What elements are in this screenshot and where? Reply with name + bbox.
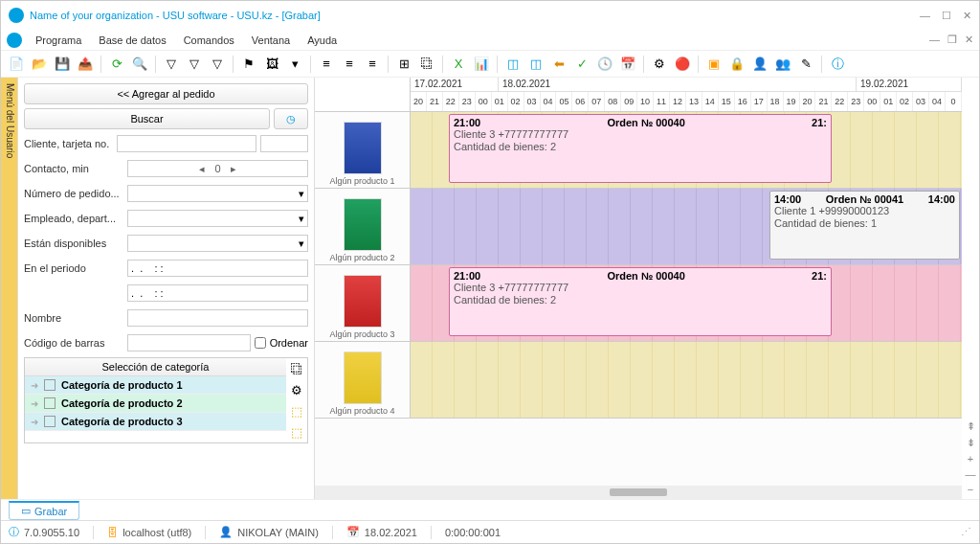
order-block[interactable]: 21:00Orden № 0004021: Cliente 3 +7777777… bbox=[449, 114, 832, 183]
tb-info-icon[interactable]: ⓘ bbox=[828, 55, 847, 74]
menu-logo-icon[interactable] bbox=[7, 33, 22, 48]
tb-calendar-icon[interactable]: 📅 bbox=[618, 55, 637, 74]
input-tarjeta[interactable] bbox=[260, 135, 308, 152]
category-row[interactable]: ➜Categoría de producto 2 bbox=[25, 395, 286, 413]
menu-ayuda[interactable]: Ayuda bbox=[300, 33, 345, 48]
tb-new-icon[interactable]: 📄 bbox=[7, 55, 26, 74]
spin-prev-icon[interactable]: ◂ bbox=[199, 163, 205, 175]
timeline-track[interactable] bbox=[411, 342, 962, 418]
product-cell[interactable]: Algún producto 4 bbox=[315, 342, 411, 418]
copy-icon[interactable]: ⿻ bbox=[288, 360, 305, 377]
database-icon: 🗄 bbox=[107, 527, 118, 538]
tab-grabar[interactable]: ▭Grabar bbox=[9, 501, 79, 520]
hour-cell: 16 bbox=[735, 92, 751, 111]
combo-numpedido[interactable]: ▾ bbox=[127, 185, 308, 202]
tb-align1-icon[interactable]: ≡ bbox=[317, 55, 336, 74]
close-button[interactable]: ✕ bbox=[963, 10, 971, 22]
tb-export-icon[interactable]: 📤 bbox=[76, 55, 95, 74]
tb-filter2-icon[interactable]: ▽ bbox=[185, 55, 204, 74]
product-cell[interactable]: Algún producto 1 bbox=[315, 112, 411, 188]
mdi-restore-button[interactable]: ❐ bbox=[947, 34, 957, 46]
category-checkbox[interactable] bbox=[44, 379, 56, 391]
tb-tree-icon[interactable]: ⊞ bbox=[394, 55, 413, 74]
tb-copy-icon[interactable]: ⿻ bbox=[417, 55, 436, 74]
checkbox-ordenar[interactable] bbox=[255, 337, 266, 349]
tb-align3-icon[interactable]: ≡ bbox=[363, 55, 382, 74]
horizontal-scrollbar[interactable] bbox=[315, 486, 962, 499]
tb-lock-icon[interactable]: 🔒 bbox=[727, 55, 746, 74]
category-checkbox[interactable] bbox=[44, 416, 56, 427]
stack2-icon[interactable]: ⬚ bbox=[288, 423, 305, 441]
timeline-track[interactable]: 14:00Orden № 0004114:00 Cliente 1 +99990… bbox=[411, 189, 962, 264]
tb-search-icon[interactable]: 🔍 bbox=[130, 55, 149, 74]
zoom-handle-icon[interactable]: — bbox=[964, 468, 977, 480]
tb-window1-icon[interactable]: ◫ bbox=[503, 55, 523, 74]
zoom-in-icon[interactable]: + bbox=[964, 453, 977, 465]
combo-empleado[interactable]: ▾ bbox=[127, 210, 308, 227]
tb-gear-icon[interactable]: ⚙ bbox=[650, 55, 669, 74]
spin-next-icon[interactable]: ▸ bbox=[231, 163, 236, 175]
tb-flag-icon[interactable]: ⚑ bbox=[239, 55, 258, 74]
product-cell[interactable]: Algún producto 3 bbox=[315, 265, 411, 341]
hour-cell: 03 bbox=[524, 92, 541, 111]
tb-align2-icon[interactable]: ≡ bbox=[340, 55, 359, 74]
compass-button[interactable]: ◷ bbox=[274, 108, 308, 129]
mdi-minimize-button[interactable]: — bbox=[929, 34, 940, 46]
tb-rss-icon[interactable]: ▣ bbox=[704, 55, 724, 74]
input-codigo[interactable] bbox=[127, 334, 251, 351]
product-cell[interactable]: Algún producto 2 bbox=[315, 189, 411, 264]
menu-comandos[interactable]: Comandos bbox=[176, 33, 242, 48]
tb-pencil-icon[interactable]: ✎ bbox=[796, 55, 815, 74]
tb-save-icon[interactable]: 💾 bbox=[53, 55, 72, 74]
tb-filter1-icon[interactable]: ▽ bbox=[162, 55, 181, 74]
mdi-close-button[interactable]: ✕ bbox=[965, 34, 973, 46]
tb-refresh-icon[interactable]: ⟳ bbox=[107, 55, 126, 74]
order-block[interactable]: 14:00Orden № 0004114:00 Cliente 1 +99990… bbox=[769, 191, 960, 260]
scroll-up-icon[interactable]: ⇞ bbox=[964, 420, 977, 433]
left-panel: << Agregar al pedido Buscar ◷ Cliente, t… bbox=[18, 78, 315, 499]
category-row[interactable]: ➜Categoría de producto 3 bbox=[25, 413, 286, 431]
tb-open-icon[interactable]: 📂 bbox=[30, 55, 49, 74]
hour-cell: 20 bbox=[411, 92, 427, 111]
combo-disponibles[interactable]: ▾ bbox=[127, 235, 308, 252]
hour-cell: 01 bbox=[880, 92, 897, 111]
tb-clock-icon[interactable]: 🕓 bbox=[595, 55, 614, 74]
gear-icon[interactable]: ⚙ bbox=[288, 381, 305, 398]
input-nombre[interactable] bbox=[127, 309, 308, 327]
category-row[interactable]: ➜Categoría de producto 1 bbox=[25, 376, 286, 395]
tb-dropdown-icon[interactable]: ▾ bbox=[285, 55, 304, 74]
tb-check-icon[interactable]: ✓ bbox=[572, 55, 591, 74]
tb-exit-icon[interactable]: ⬅ bbox=[549, 55, 568, 74]
order-qty: Cantidad de bienes: 2 bbox=[454, 141, 827, 153]
tb-users-icon[interactable]: 👥 bbox=[773, 55, 792, 74]
timeline-track[interactable]: 21:00Orden № 0004021: Cliente 3 +7777777… bbox=[411, 265, 962, 341]
input-periodo1[interactable] bbox=[127, 260, 308, 277]
product-thumb bbox=[344, 122, 382, 174]
category-checkbox[interactable] bbox=[44, 397, 56, 409]
input-cliente[interactable] bbox=[117, 135, 256, 152]
hour-cell: 14 bbox=[702, 92, 719, 111]
tb-window2-icon[interactable]: ◫ bbox=[526, 55, 546, 74]
search-button[interactable]: Buscar bbox=[24, 108, 270, 129]
order-block[interactable]: 21:00Orden № 0004021: Cliente 3 +7777777… bbox=[449, 267, 832, 336]
maximize-button[interactable]: ☐ bbox=[942, 10, 951, 22]
stack1-icon[interactable]: ⬚ bbox=[288, 402, 305, 419]
tb-excel-icon[interactable]: X bbox=[449, 55, 468, 74]
input-periodo2[interactable] bbox=[127, 284, 308, 302]
timeline-track[interactable]: 21:00Orden № 0004021: Cliente 3 +7777777… bbox=[411, 112, 962, 188]
tb-filter3-icon[interactable]: ▽ bbox=[208, 55, 227, 74]
resize-grip-icon[interactable]: ⋰ bbox=[961, 526, 971, 538]
minimize-button[interactable]: — bbox=[920, 10, 930, 22]
add-to-order-button[interactable]: << Agregar al pedido bbox=[24, 83, 308, 104]
scroll-down-icon[interactable]: ⇟ bbox=[964, 437, 977, 449]
menu-programa[interactable]: Programa bbox=[28, 33, 89, 48]
spin-contacto[interactable]: ◂0▸ bbox=[127, 160, 308, 177]
tb-color-icon[interactable]: 🔴 bbox=[673, 55, 692, 74]
tb-image-icon[interactable]: 🖼 bbox=[262, 55, 281, 74]
zoom-out-icon[interactable]: − bbox=[964, 484, 977, 495]
menu-ventana[interactable]: Ventana bbox=[244, 33, 298, 48]
tb-chart-icon[interactable]: 📊 bbox=[472, 55, 491, 74]
menu-basedatos[interactable]: Base de datos bbox=[91, 33, 173, 48]
tb-user1-icon[interactable]: 👤 bbox=[750, 55, 769, 74]
user-menu-tab[interactable]: Menú del Usuario bbox=[1, 78, 18, 499]
